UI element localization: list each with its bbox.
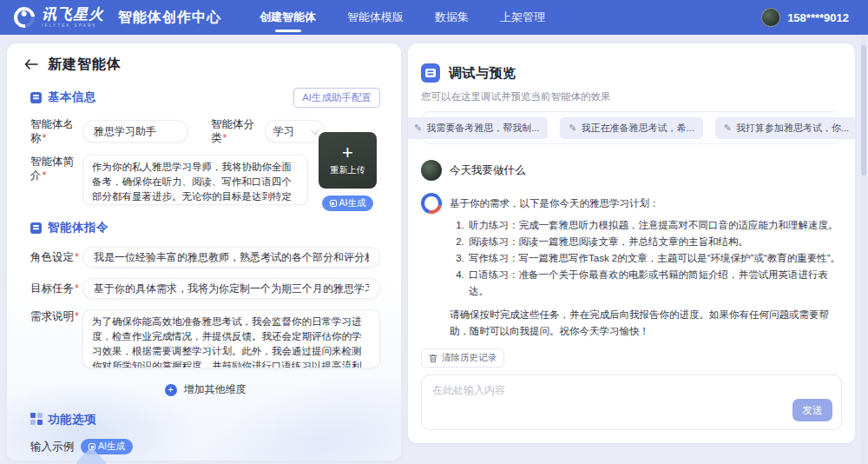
nav-item-agent-templates[interactable]: 智能体模版 (347, 0, 404, 35)
user-avatar (421, 160, 442, 181)
send-button[interactable]: 发送 (792, 399, 832, 421)
clear-history-button[interactable]: 清除历史记录 (421, 348, 504, 368)
agent-category-select[interactable]: 学习 (265, 120, 326, 143)
user-area: 158****9012 (761, 8, 849, 27)
pencil-icon: ✎ (569, 123, 576, 133)
requirement-textarea[interactable] (82, 309, 380, 368)
avatar-upload-box[interactable]: + 重新上传 (319, 132, 377, 189)
suggestion-chips-bar: ✎我需要备考雅思，帮我制... ✎我正在准备雅思考试，希... ✎我打算参加雅思… (421, 111, 842, 144)
section-instructions: 智能体指令 (48, 220, 108, 235)
add-dimension-button[interactable]: + 增加其他维度 (30, 382, 380, 397)
input-example-label: 输入示例 (30, 440, 74, 454)
section-basic-info: 基本信息 (48, 89, 96, 105)
ai-message: 基于你的需求，以下是你今天的雅思学习计划： 听力练习：完成一套雅思听力模拟题，注… (450, 193, 842, 340)
trash-icon (429, 354, 437, 363)
goal-task-input[interactable] (82, 278, 380, 299)
agent-intro-textarea[interactable] (82, 155, 308, 205)
debug-preview-panel: 调试与预览 您可以在这里调试并预览当前智能体的效果 ✎我需要备考雅思，帮我制..… (408, 43, 855, 443)
preview-title: 调试与预览 (449, 65, 516, 82)
suggestion-chip[interactable]: ✎我正在准备雅思考试，希... (560, 117, 702, 139)
role-setting-label: 角色设定* (30, 250, 82, 264)
chat-input-area: 发送 (421, 375, 842, 430)
ai-message-outro: 请确保按时完成这些任务，并在完成后向我报告你的进度。如果你有任何问题或需要帮助，… (450, 307, 842, 340)
brand-subtitle: IFLYTEK SPARK (42, 23, 104, 28)
suggestion-chip[interactable]: ✎我打算参加雅思考试，你... (715, 117, 855, 139)
requirement-label: 需求说明* (30, 309, 82, 323)
spark-ai-avatar (418, 189, 446, 218)
basic-info-icon (30, 92, 42, 103)
pencil-icon: ✎ (414, 123, 422, 133)
ai-plan-item: 口语练习：准备一个关于你最喜欢的电影或书籍的简短介绍，并尝试用英语进行表达。 (467, 267, 842, 300)
category-selected-value: 学习 (273, 124, 294, 139)
main-nav: 创建智能体 智能体模版 数据集 上架管理 (260, 0, 545, 35)
required-mark: * (223, 132, 227, 144)
page-scrollbar-thumb[interactable] (861, 45, 866, 176)
brand-name: 讯飞星火 (42, 7, 104, 22)
required-mark: * (43, 169, 47, 182)
nav-item-create-agent[interactable]: 创建智能体 (260, 0, 316, 35)
suggestion-chip[interactable]: ✎我需要备考雅思，帮我制... (408, 117, 548, 139)
ai-plan-item: 写作练习：写一篇雅思写作Task 2的文章，主题可以是“环境保护”或“教育的重要… (467, 250, 842, 267)
required-mark: * (43, 132, 47, 144)
pencil-icon: ✎ (724, 123, 732, 133)
section-features: 功能选项 (48, 412, 96, 428)
user-message: 今天我要做什么 (450, 163, 526, 178)
back-button[interactable] (23, 56, 39, 72)
app-title: 智能体创作中心 (118, 9, 221, 27)
chat-input[interactable] (432, 383, 831, 408)
nav-item-datasets[interactable]: 数据集 (435, 0, 469, 35)
required-mark: * (75, 251, 79, 263)
agent-name-input[interactable] (82, 120, 188, 143)
ai-plan-list: 听力练习：完成一套雅思听力模拟题，注意提高对不同口音的适应能力和理解速度。 阅读… (450, 217, 842, 300)
ai-plan-item: 阅读练习：阅读一篇雅思阅读文章，并总结文章的主旨和结构。 (467, 234, 842, 250)
ai-plan-item: 听力练习：完成一套雅思听力模拟题，注意提高对不同口音的适应能力和理解速度。 (467, 217, 842, 234)
user-avatar[interactable] (761, 8, 780, 27)
avatar-ai-generate-button[interactable]: AI生成 (322, 196, 374, 211)
instructions-icon (30, 222, 42, 234)
ai-message-intro: 基于你的需求，以下是你今天的雅思学习计划： (450, 196, 842, 212)
plus-icon: + (342, 144, 353, 162)
user-phone: 158****9012 (787, 11, 849, 24)
page-title: 新建智能体 (48, 56, 122, 74)
ai-chip-icon (330, 200, 337, 207)
required-mark: * (75, 282, 79, 295)
plus-circle-icon: + (165, 384, 177, 396)
role-setting-input[interactable] (82, 247, 380, 268)
agent-form-panel: 新建智能体 基本信息 AI生成助手配置 智能体名称* 智能体分类* 学习 智能体… (7, 43, 401, 461)
preview-printer-icon (421, 63, 440, 83)
features-icon (30, 413, 36, 418)
brand-text: 讯飞星火 IFLYTEK SPARK (42, 7, 104, 28)
preview-subtitle: 您可以在这里调试并预览当前智能体的效果 (421, 90, 842, 103)
ai-config-button[interactable]: AI生成助手配置 (293, 88, 380, 108)
agent-name-label: 智能体名称* (30, 117, 82, 145)
top-nav-bar: 讯飞星火 IFLYTEK SPARK 智能体创作中心 创建智能体 智能体模版 数… (0, 0, 868, 35)
agent-intro-label: 智能体简介* (30, 155, 82, 182)
agent-category-label: 智能体分类* (211, 117, 265, 145)
required-mark: * (75, 310, 79, 322)
brand: 讯飞星火 IFLYTEK SPARK 智能体创作中心 (14, 7, 221, 28)
spark-logo-icon (10, 3, 39, 32)
nav-item-shelf-management[interactable]: 上架管理 (500, 0, 545, 35)
goal-task-label: 目标任务* (30, 282, 82, 295)
reupload-label: 重新上传 (331, 164, 365, 176)
